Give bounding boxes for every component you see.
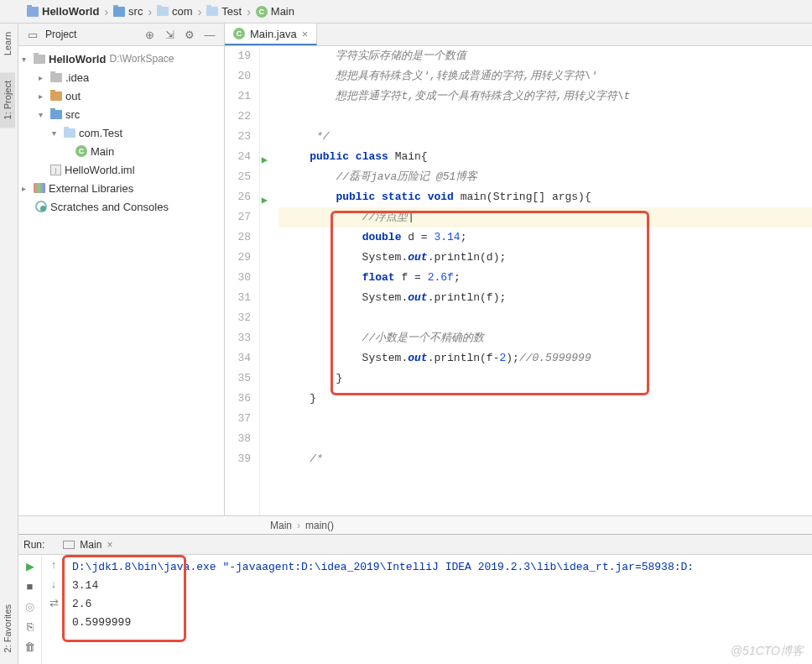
project-tree[interactable]: ▾ HelloWorld D:\WorkSpace ▸ .idea ▸ out … [18,46,225,515]
tree-row-src[interactable]: ▾ src [18,105,224,123]
code-line[interactable] [278,107,812,127]
code-line[interactable] [278,308,812,328]
run-nav: ↑ ↓ ⇄ [42,555,65,664]
trash-button[interactable]: 🗑 [23,639,38,654]
run-panel: Run: Main × ▶ ■ ◎ ⎘ 🗑 ↑ ↓ ⇄ D:\jdk1.8\bi… [18,534,812,664]
wrap-icon[interactable]: ⇄ [49,597,59,609]
tree-row-class[interactable]: C Main [18,142,224,160]
library-icon [34,183,45,193]
scratches-icon [35,201,47,212]
breadcrumb-item-com[interactable]: com [154,5,196,18]
tree-row-root[interactable]: ▾ HelloWorld D:\WorkSpace [18,50,224,68]
chevron-right-icon: › [292,520,305,531]
class-icon: C [233,28,245,39]
chevron-right-icon: › [245,5,252,18]
code-line[interactable]: public static void main(String[] args){ [278,187,812,207]
locate-icon[interactable]: ⊕ [142,27,157,42]
run-toolbar: ▶ ■ ◎ ⎘ 🗑 [18,555,42,664]
code-line[interactable]: 想把具有特殊含义',转换成普通的字符,用转义字符\' [278,66,812,86]
editor-tabs: C Main.java × [225,24,317,45]
folder-icon [50,91,62,101]
iml-icon: j [50,165,61,175]
chevron-right-icon: › [146,5,154,18]
code-line[interactable]: } [278,389,812,409]
code-line[interactable]: System.out.println(d); [278,248,812,268]
code-line[interactable] [278,429,812,449]
run-config-icon [63,541,75,549]
run-label: Run: [23,539,44,551]
chevron-right-icon[interactable]: ▸ [39,73,47,82]
collapse-icon[interactable]: ⇲ [162,27,177,42]
chevron-right-icon[interactable]: ▸ [39,91,47,101]
tree-row-external-libs[interactable]: ▸ External Libraries [18,179,224,197]
tree-row-scratches[interactable]: Scratches and Consoles [18,197,224,216]
nav-trail-method[interactable]: main() [305,520,334,531]
side-tab-favorites[interactable]: 2: Favorites [0,596,15,661]
code-line[interactable]: */ [278,127,812,147]
chevron-right-icon: › [196,5,204,18]
code-line[interactable]: System.out.println(f); [278,288,812,308]
package-icon [157,7,169,16]
chevron-down-icon[interactable]: ▾ [22,55,30,64]
code-line[interactable]: } [278,369,812,389]
left-gutter-tabs: Learn 1: Project 2: Favorites [0,24,18,664]
code-line[interactable]: //磊哥java历险记 @51博客 [278,167,812,187]
chevron-right-icon[interactable]: ▸ [22,184,30,193]
exit-button[interactable]: ⎘ [23,619,38,634]
line-number-gutter: 192021222324▶2526▶2728293031323334353637… [225,46,260,515]
editor-nav-trail: Main › main() [18,515,812,534]
up-arrow-icon[interactable]: ↑ [51,558,57,571]
close-icon[interactable]: × [302,28,309,40]
code-line[interactable]: //小数是一个不精确的数 [278,328,812,348]
breadcrumb-item-src[interactable]: src [110,5,146,18]
code-line[interactable]: 想把普通字符t,变成一个具有特殊含义的字符,用转义字符\t [278,86,812,107]
code-line[interactable]: float f = 2.6f; [278,268,812,288]
side-tab-project[interactable]: 1: Project [0,72,15,128]
breadcrumb: HelloWorld › src › com › Test › C Main [0,0,812,24]
breadcrumb-item-project[interactable]: HelloWorld [23,5,102,18]
nav-trail-class[interactable]: Main [270,520,292,531]
folder-icon [50,73,62,82]
code-line[interactable]: //浮点型| [278,207,812,227]
run-output[interactable]: D:\jdk1.8\bin\java.exe "-javaagent:D:\id… [65,555,812,664]
code-line[interactable]: public class Main{ [278,147,812,167]
breadcrumb-item-test[interactable]: Test [203,5,245,18]
project-panel-header: ▭ Project ⊕ ⇲ ⚙ — [18,24,225,45]
class-icon: C [75,145,87,157]
project-panel-title: Project [45,29,76,40]
run-panel-header: Run: Main × [18,535,812,555]
folder-icon [113,7,125,17]
run-button[interactable]: ▶ [23,558,38,573]
layout-icon[interactable]: ▭ [25,27,40,42]
stop-button[interactable]: ■ [23,578,38,593]
tree-row-idea[interactable]: ▸ .idea [18,68,224,86]
side-tab-learn[interactable]: Learn [0,24,15,64]
code-line[interactable]: /* [278,449,812,469]
code-editor[interactable]: 192021222324▶2526▶2728293031323334353637… [225,46,812,515]
output-line: 0.5999999 [72,614,805,632]
output-line: 2.6 [72,595,805,614]
tree-row-package[interactable]: ▾ com.Test [18,123,224,142]
run-command-line: D:\jdk1.8\bin\java.exe "-javaagent:D:\id… [72,558,805,577]
close-icon[interactable]: × [107,539,112,551]
package-icon [206,7,218,16]
run-config-name[interactable]: Main [80,539,102,551]
hide-icon[interactable]: — [202,27,217,42]
code-line[interactable]: System.out.println(f-2);//0.5999999 [278,348,812,369]
code-line[interactable]: 字符实际存储的是一个数值 [278,46,812,66]
code-line[interactable]: double d = 3.14; [278,227,812,248]
gear-icon[interactable]: ⚙ [182,27,197,42]
watermark: @51CTO博客 [731,644,804,659]
chevron-down-icon[interactable]: ▾ [39,110,47,119]
tree-row-out[interactable]: ▸ out [18,86,224,105]
editor-tab-main[interactable]: C Main.java × [225,24,317,45]
folder-icon [50,110,62,119]
package-icon [64,128,75,138]
chevron-down-icon[interactable]: ▾ [52,128,60,138]
folder-icon [27,7,39,17]
breadcrumb-item-main[interactable]: C Main [252,5,298,18]
down-arrow-icon[interactable]: ↓ [51,578,57,590]
code-line[interactable] [278,409,812,429]
dump-button[interactable]: ◎ [23,599,38,614]
tree-row-iml[interactable]: j HelloWorld.iml [18,160,224,179]
